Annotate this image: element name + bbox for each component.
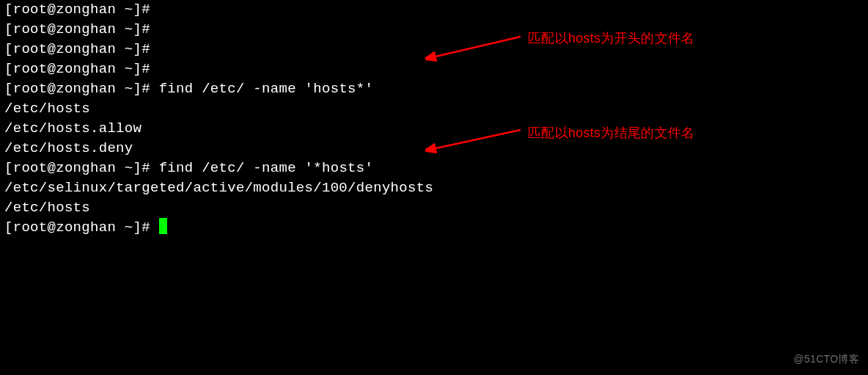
final-prompt-line: [root@zonghan ~]#: [4, 218, 864, 238]
arrow-icon: [425, 34, 528, 63]
command-line-2: [root@zonghan ~]# find /etc/ -name '*hos…: [4, 159, 864, 178]
prompt: [root@zonghan ~]#: [4, 219, 159, 236]
prompt: [root@zonghan ~]#: [4, 81, 159, 97]
cursor: [159, 218, 167, 234]
prompt-line-partial: [root@zonghan ~]#: [4, 0, 864, 20]
prompt: [root@zonghan ~]#: [4, 160, 159, 176]
watermark: @51CTO博客: [794, 349, 859, 369]
command-text: find /etc/ -name 'hosts*': [159, 81, 374, 97]
annotation-starts-with: 匹配以hosts为开头的文件名: [528, 29, 695, 48]
arrow-icon: [425, 127, 528, 156]
output-line: /etc/selinux/targeted/active/modules/100…: [4, 178, 864, 198]
command-text: find /etc/ -name '*hosts': [159, 160, 374, 176]
annotation-ends-with: 匹配以hosts为结尾的文件名: [528, 123, 695, 143]
svg-line-1: [433, 130, 521, 149]
command-line-1: [root@zonghan ~]# find /etc/ -name 'host…: [4, 79, 864, 99]
output-line: /etc/hosts: [4, 198, 864, 218]
output-line: /etc/hosts: [4, 99, 864, 119]
svg-line-0: [433, 37, 521, 57]
